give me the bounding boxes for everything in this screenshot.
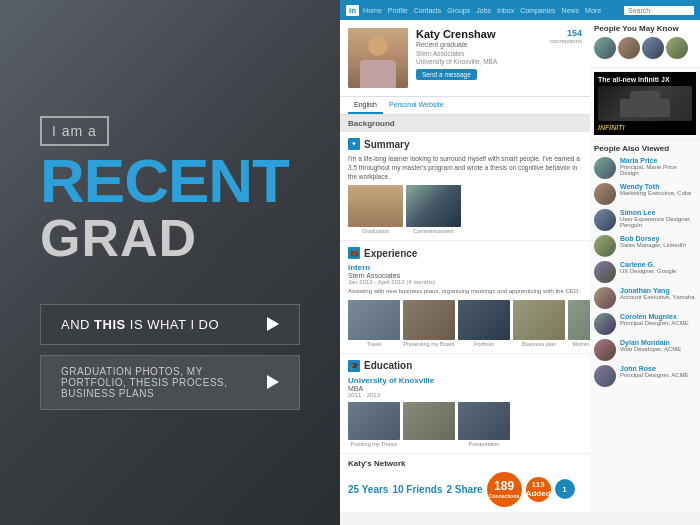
pymk-avatar-2[interactable] (618, 37, 640, 59)
edu-img-3: Presentation (458, 402, 510, 447)
nav-companies[interactable]: Companies (520, 7, 555, 14)
person-avatar-6[interactable] (594, 287, 616, 309)
nav-inbox[interactable]: Inbox (497, 7, 514, 14)
person-details-9: John Rose Principal Designer, ACME (620, 365, 689, 378)
car-silhouette (620, 99, 670, 117)
person-avatar-5[interactable] (594, 261, 616, 283)
cta-button-text: AND THIS IS WHAT I DO (61, 317, 257, 332)
person-title-8: Web Developer, ACME (620, 346, 681, 352)
person-name-9[interactable]: John Rose (620, 365, 689, 372)
profile-photo-inner (348, 28, 408, 88)
portfolio-img (458, 300, 510, 340)
ceremony-photo (406, 185, 461, 227)
nav-more[interactable]: More (585, 7, 601, 14)
person-name-7[interactable]: Corolen Mugniex (620, 313, 689, 320)
profile-headline: Recent graduate (416, 41, 542, 48)
pymk-avatars-row (594, 37, 696, 59)
linkedin-navbar: in Home Profile Contacts Groups Jobs Inb… (340, 0, 700, 20)
pymk-avatar-3[interactable] (642, 37, 664, 59)
person-details-8: Dylan Mondain Web Developer, ACME (620, 339, 681, 352)
edu-dates: 2011 - 2013 (348, 392, 582, 398)
person-item-1: Maria Price Principal, Marie Price Desig… (594, 157, 696, 179)
exp-job-title: Intern (348, 263, 582, 272)
person-avatar-2[interactable] (594, 183, 616, 205)
person-details-7: Corolen Mugniex Principal Designer, ACME (620, 313, 689, 326)
person-title-2: Marketing Executive, Coke (620, 190, 691, 196)
nav-home[interactable]: Home (363, 7, 382, 14)
person-item-6: Jonathan Yang Account Executive, Yamaha (594, 287, 696, 309)
also-viewed-title: People Also Viewed (594, 144, 696, 153)
people-you-may-know: People You May Know (590, 20, 700, 68)
person-avatar-1[interactable] (594, 157, 616, 179)
exp-img-1: Travel (348, 300, 400, 347)
grad-caption: Graduation (348, 228, 403, 234)
iam-label: I am a (52, 123, 97, 139)
board-img (403, 300, 455, 340)
profile-current: Stern Associates (416, 50, 542, 57)
stat-since: 1 (555, 479, 575, 499)
experience-section: 💼 Experience Intern Stern Associates Jan… (340, 241, 590, 353)
person-name-6[interactable]: Jonathan Yang (620, 287, 695, 294)
person-name-8[interactable]: Dylan Mondain (620, 339, 681, 346)
grad-img (403, 402, 455, 440)
message-button[interactable]: Send a message (416, 69, 477, 80)
campus-img (348, 402, 400, 440)
background-label: Background (340, 115, 590, 132)
person-title-6: Account Executive, Yamaha (620, 294, 695, 300)
profile-face (368, 36, 388, 56)
nav-contacts[interactable]: Contacts (414, 7, 442, 14)
right-panel: in Home Profile Contacts Groups Jobs Inb… (340, 0, 700, 525)
edu-item-1: University of Knoxville MBA 2011 - 2013 (348, 376, 582, 398)
person-avatar-9[interactable] (594, 365, 616, 387)
person-details-3: Simon Lee User Experience Designer, Peng… (620, 209, 696, 228)
person-details-1: Maria Price Principal, Marie Price Desig… (620, 157, 696, 176)
cta-play-button[interactable]: AND THIS IS WHAT I DO (40, 304, 300, 345)
tab-personal[interactable]: Personal Website (383, 97, 450, 114)
summary-images: Graduation Commencement (348, 185, 582, 234)
person-item-3: Simon Lee User Experience Designer, Peng… (594, 209, 696, 231)
exp-img-4: Business plan (513, 300, 565, 347)
person-item-2: Wendy Toth Marketing Executive, Coke (594, 183, 696, 205)
search-input[interactable] (624, 6, 694, 15)
person-details-5: Carlene G. UX Designer, Google (620, 261, 676, 274)
experience-icon: 💼 (348, 247, 360, 259)
exp-img-2: Presenting my Board (403, 300, 455, 347)
person-item-9: John Rose Principal Designer, ACME (594, 365, 696, 387)
network-section: Katy's Network 25 Years 10 Friends 2 Sha… (340, 454, 590, 512)
profile-tabs: English Personal Website (340, 97, 590, 115)
since-circle: 1 (555, 479, 575, 499)
profile-layout: Katy Crenshaw Recent graduate Stern Asso… (340, 20, 700, 512)
profile-header: Katy Crenshaw Recent graduate Stern Asso… (340, 20, 590, 97)
linkedin-logo: in (346, 5, 359, 16)
summary-header: ✦ Summary (348, 138, 582, 150)
person-avatar-7[interactable] (594, 313, 616, 335)
tab-english[interactable]: English (348, 97, 383, 114)
person-name-4[interactable]: Bob Dorsey (620, 235, 686, 242)
sub-play-button[interactable]: GRADUATION PHOTOS, MY PORTFOLIO, THESIS … (40, 355, 300, 410)
person-name-3[interactable]: Simon Lee (620, 209, 696, 216)
person-avatar-8[interactable] (594, 339, 616, 361)
exp-img-3: Portfolio (458, 300, 510, 347)
car-ad-title: The all-new Infiniti JX (598, 76, 692, 83)
nav-jobs[interactable]: Jobs (476, 7, 491, 14)
connection-big-count: 189 Connections (487, 472, 522, 507)
exp-company: Stern Associates (348, 272, 582, 279)
main-column: Katy Crenshaw Recent graduate Stern Asso… (340, 20, 590, 512)
person-title-3: User Experience Designer, Penguin (620, 216, 696, 228)
stat-friends: 10 Friends (392, 484, 442, 495)
connection-count: 154 (550, 28, 582, 38)
person-name-1[interactable]: Maria Price (620, 157, 696, 164)
travel-img (348, 300, 400, 340)
person-avatar-3[interactable] (594, 209, 616, 231)
person-name-2[interactable]: Wendy Toth (620, 183, 691, 190)
profile-photo (348, 28, 408, 88)
person-name-5[interactable]: Carlene G. (620, 261, 676, 268)
pymk-avatar-4[interactable] (666, 37, 688, 59)
person-avatar-4[interactable] (594, 235, 616, 257)
person-details-6: Jonathan Yang Account Executive, Yamaha (620, 287, 695, 300)
nav-profile[interactable]: Profile (388, 7, 408, 14)
nav-news[interactable]: News (562, 7, 580, 14)
nav-groups[interactable]: Groups (447, 7, 470, 14)
pymk-avatar-1[interactable] (594, 37, 616, 59)
exp-desc: Assisting with new business plans, organ… (348, 287, 582, 295)
